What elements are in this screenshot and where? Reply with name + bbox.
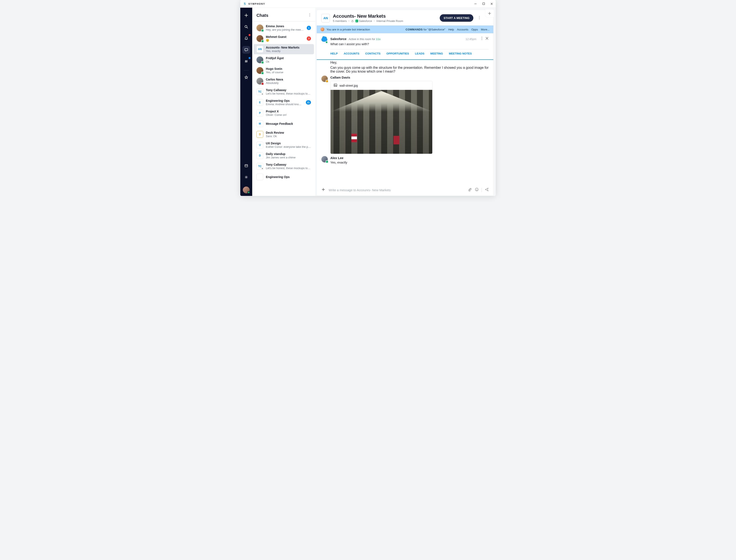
chat-list-more-button[interactable] (309, 12, 311, 18)
chat-list-title: Chats (257, 13, 269, 18)
attach-file-button[interactable] (468, 188, 472, 192)
chat-item-name: Accounts- New Markets (266, 46, 311, 49)
room-members-count: 5 members (333, 19, 347, 23)
chat-list-item[interactable]: EEngineering OpsEmma: Andrew should know… (254, 97, 314, 108)
banner-link-help[interactable]: Help (448, 28, 454, 31)
composer-input[interactable] (328, 188, 465, 192)
rail-new-button[interactable] (243, 11, 250, 19)
message-fragment: Hey, (330, 61, 489, 65)
svg-rect-1 (483, 3, 485, 5)
avatar-presence-icon (261, 29, 264, 32)
chat-list-item[interactable]: Emma JonesHey, are you joining the meeti… (254, 23, 314, 33)
bot-presence-icon (326, 41, 328, 43)
chat-list-panel: Chats Emma JonesHey, are you joining the… (252, 8, 315, 196)
message: Callam Davis wall-street.jpg (322, 76, 489, 154)
svg-point-5 (246, 177, 247, 178)
bot-quick-link[interactable]: MEETING NOTES (449, 52, 472, 55)
commands-label: COMMANDS (406, 28, 423, 31)
chat-item-name: Engineering Ops (266, 99, 303, 102)
banner-link-opps[interactable]: Opps (471, 28, 478, 31)
svg-rect-9 (352, 21, 353, 22)
window-minimize-button[interactable] (474, 2, 477, 5)
bot-command-banner: You are in a private bot interaction COM… (317, 26, 493, 33)
chat-list-item[interactable]: Engineering Ops (254, 172, 314, 182)
app-logo-icon: S (243, 2, 247, 6)
unread-badge: 21 (306, 100, 311, 105)
chat-items-scroll[interactable]: Emma JonesHey, are you joining the meeti… (252, 22, 315, 196)
banner-link-more[interactable]: More... (481, 28, 489, 31)
chat-list-item[interactable]: PProject XOliver: Come on! (254, 108, 314, 118)
chat-list-item[interactable]: Mehmet Guest😟3 (254, 33, 314, 44)
new-tab-button[interactable] (485, 10, 494, 17)
chat-item-name: Mehmet Guest (266, 35, 304, 39)
chat-item-name: Tony Callaway (266, 163, 311, 166)
bot-banner-text: You are in a private bot interaction (327, 28, 370, 31)
chat-item-preview: Yes, of course (266, 71, 311, 74)
rail-chats-button[interactable] (243, 46, 250, 54)
rail-user-avatar[interactable] (243, 187, 250, 193)
rail-notifications-button[interactable] (243, 34, 250, 42)
message: Alex Lee Yes, exactly (322, 156, 489, 164)
bot-card: Salesforce Active in this room for 11s 1… (317, 33, 493, 57)
chat-list-item[interactable]: Carlos NavaAbsolutely (254, 76, 314, 86)
chat-list-item[interactable]: Fridtjof ÅgotOk (254, 55, 314, 65)
avatar-presence-icon: ✕ (261, 167, 264, 170)
chat-list-item[interactable]: Hugo SveinYes, of course (254, 65, 314, 76)
window-close-button[interactable] (490, 2, 493, 5)
messages-scroll[interactable]: Hey, Can you guys come up with the struc… (317, 60, 493, 185)
bot-quick-link[interactable]: CONTACTS (365, 52, 380, 55)
chat-item-name: Carlos Nava (266, 78, 311, 81)
rail-search-button[interactable] (243, 23, 250, 31)
chat-list-item[interactable]: MMessage Feedback (254, 119, 314, 129)
rail-settings-button[interactable] (243, 173, 250, 181)
bot-quick-link[interactable]: MEETING (430, 52, 443, 55)
attachment-card[interactable]: wall-street.jpg (330, 81, 432, 154)
message-fragment-body: Can you guys come up with the structure … (330, 66, 489, 73)
chat-avatar (257, 56, 263, 63)
rail-favorites-button[interactable] (243, 73, 250, 81)
svg-point-10 (479, 16, 479, 17)
chat-list-item[interactable]: TC✕Tony CallawayLet's be honest, these m… (254, 161, 314, 171)
bot-quick-link[interactable]: LEADS (415, 52, 424, 55)
svg-point-6 (309, 13, 310, 14)
chat-avatar: U (257, 142, 263, 148)
rail-channels-button[interactable] (243, 57, 250, 65)
chat-list-item[interactable]: UUX DesignEsther Conor: everyone take th… (254, 140, 314, 150)
composer-add-button[interactable] (322, 188, 325, 192)
chat-item-name: Daily standup (266, 152, 311, 156)
attachment-image (331, 90, 432, 154)
chat-item-preview: Absolutely (266, 81, 311, 85)
chat-item-preview: Sara: Ok (266, 135, 311, 138)
emoji-button[interactable] (475, 188, 479, 192)
bot-more-button[interactable] (481, 37, 482, 41)
app-name: SYMPHONY (248, 3, 265, 5)
chat-avatar: AN (257, 46, 263, 53)
send-button[interactable] (485, 188, 489, 192)
bot-quick-link[interactable]: OPPORTUNITIES (386, 52, 409, 55)
message-composer (317, 185, 493, 196)
chat-item-preview: Esther Conor: everyone take the poll! (266, 145, 311, 148)
chat-avatar: E (257, 99, 263, 106)
bot-quick-link[interactable]: HELP (330, 52, 338, 55)
start-meeting-button[interactable]: START A MEETING (440, 14, 473, 22)
chat-list-item[interactable]: TC✕Tony CallawayLet's be honest, these m… (254, 87, 314, 97)
rail-apps-button[interactable] (243, 162, 250, 169)
chat-item-preview: 😟 (266, 39, 304, 42)
room-avatar: AN (322, 14, 330, 22)
bot-close-button[interactable] (485, 37, 489, 41)
chat-list-item[interactable]: DDaily standupJim James sent a chime (254, 151, 314, 161)
window-maximize-button[interactable] (482, 2, 485, 5)
svg-rect-3 (245, 49, 248, 51)
chat-item-preview: Let's be honest, these mockups look grea… (266, 167, 311, 170)
message-avatar (322, 156, 328, 162)
svg-point-12 (479, 19, 479, 19)
chat-list-item[interactable]: ANAccounts- New MarketsYes, exactly (254, 44, 314, 54)
room-type: Internal Private Room (376, 19, 403, 23)
chat-list-item[interactable]: DDeck ReviewSara: Ok (254, 129, 314, 139)
svg-point-15 (482, 39, 482, 40)
chat-item-name: Project X (266, 110, 311, 113)
banner-link-accounts[interactable]: Accounts (457, 28, 468, 31)
window-titlebar: S SYMPHONY (240, 0, 496, 8)
room-more-button[interactable] (478, 15, 480, 21)
bot-quick-link[interactable]: ACCOUNTS (344, 52, 360, 55)
